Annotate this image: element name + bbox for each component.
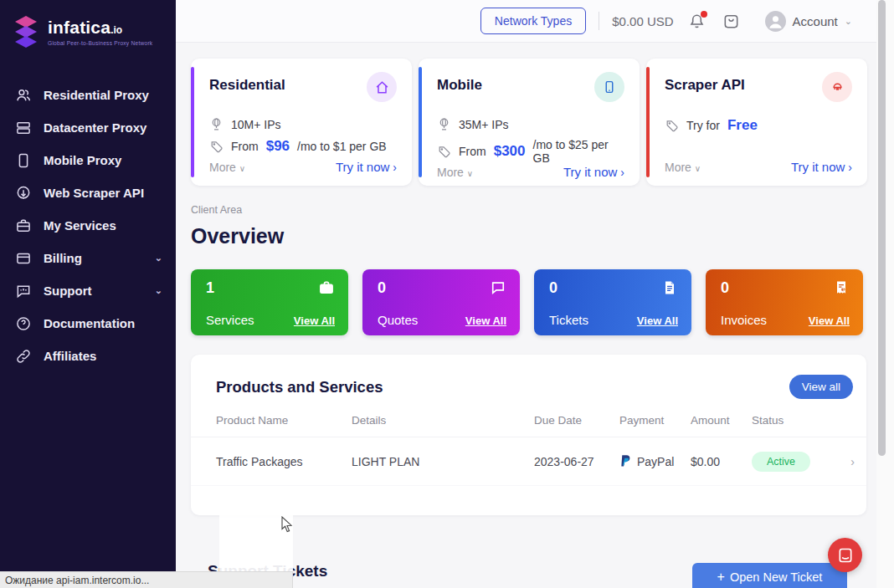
logo-tagline: Global Peer-to-Business Proxy Network — [48, 40, 152, 46]
view-all-link[interactable]: View All — [465, 314, 506, 327]
products-services-panel: Products and Services View all Product N… — [191, 355, 866, 515]
col-product-name: Product Name — [216, 414, 352, 427]
scrollbar-thumb[interactable] — [878, 0, 886, 456]
price-suffix: /mo to $25 per GB — [533, 138, 625, 165]
sidebar-nav: Residential Proxy Datacenter Proxy Mobil… — [0, 79, 176, 372]
stat-label: Services — [206, 313, 254, 327]
phone-icon — [15, 152, 32, 169]
server-icon — [15, 120, 32, 136]
plus-icon: + — [717, 570, 725, 584]
intercom-chat-bubble[interactable] — [828, 538, 862, 572]
sidebar-item-billing[interactable]: Billing ⌄ — [0, 242, 176, 274]
question-circle-icon — [15, 315, 32, 332]
notifications-bell-icon[interactable] — [686, 10, 708, 32]
stat-label: Quotes — [378, 313, 418, 327]
sidebar-item-web-scraper-api[interactable]: Web Scraper API — [0, 176, 176, 209]
price-prefix: Try for — [686, 119, 720, 132]
stat-count: 1 — [206, 279, 214, 297]
tickets-stat-card[interactable]: 0 Tickets View All — [534, 269, 691, 335]
topbar: Network Types $0.00 USD Account ⌄ — [176, 0, 877, 43]
breadcrumb: Client Area — [191, 204, 242, 216]
card-accent-bar — [646, 67, 650, 177]
sidebar-item-label: Datacenter Proxy — [44, 120, 146, 135]
sidebar-item-label: Billing — [44, 251, 82, 265]
chevron-right-icon: › — [393, 161, 397, 174]
sidebar-item-my-services[interactable]: My Services — [0, 209, 176, 242]
chevron-down-icon: ∨ — [239, 164, 245, 173]
page-title: Overview — [191, 224, 284, 248]
quotes-stat-card[interactable]: 0 Quotes View All — [362, 269, 520, 335]
sidebar-item-support[interactable]: Support ⌄ — [0, 274, 176, 307]
notification-dot — [701, 11, 707, 18]
stat-label: Tickets — [549, 313, 588, 327]
sidebar-item-label: Support — [44, 284, 92, 298]
try-it-now-link[interactable]: Try it now› — [791, 160, 852, 174]
sidebar-item-affiliates[interactable]: Affiliates — [0, 340, 176, 372]
col-amount: Amount — [691, 414, 752, 427]
services-stat-card[interactable]: 1 Services View All — [191, 269, 348, 335]
network-types-button[interactable]: Network Types — [480, 8, 586, 34]
ips-text: 35M+ IPs — [459, 118, 509, 131]
scraper-api-card: Scraper API Try for Free More ∨ Try it n… — [646, 59, 867, 186]
tag-icon — [437, 145, 451, 159]
sidebar-item-datacenter-proxy[interactable]: Datacenter Proxy — [0, 111, 176, 144]
account-menu[interactable]: Account ⌄ — [765, 11, 852, 32]
price-suffix: /mo to $1 per GB — [297, 140, 387, 153]
users-icon — [15, 87, 32, 104]
sidebar: infatica.io Global Peer-to-Business Prox… — [0, 0, 176, 588]
svg-text:$: $ — [843, 288, 845, 292]
card-title: Mobile — [437, 77, 482, 94]
cell-details: LIGHT PLAN — [352, 455, 534, 468]
card-title: Scraper API — [665, 77, 745, 94]
price-prefix: From — [231, 140, 259, 153]
table-row[interactable]: Traffic Packages LIGHT PLAN 2023-06-27 P… — [191, 437, 866, 486]
chevron-down-icon: ∨ — [695, 164, 701, 173]
crawler-icon — [822, 72, 852, 102]
sidebar-item-residential-proxy[interactable]: Residential Proxy — [0, 79, 176, 111]
sidebar-item-label: Web Scraper API — [44, 186, 144, 200]
more-dropdown[interactable]: More ∨ — [665, 161, 701, 174]
chat-icon — [15, 283, 32, 299]
view-all-link[interactable]: View All — [294, 314, 335, 327]
chevron-down-icon: ∨ — [467, 169, 473, 178]
chevron-right-icon: › — [848, 161, 852, 174]
briefcase-icon — [318, 279, 335, 299]
stat-label: Invoices — [721, 313, 767, 327]
link-icon — [15, 348, 32, 365]
more-dropdown[interactable]: More ∨ — [437, 166, 473, 179]
cell-product-name: Traffic Packages — [216, 455, 352, 468]
view-all-link[interactable]: View All — [809, 314, 850, 327]
try-it-now-link[interactable]: Try it now› — [336, 160, 397, 174]
more-dropdown[interactable]: More ∨ — [209, 161, 245, 174]
col-payment: Payment — [619, 414, 691, 427]
stat-count: 0 — [549, 279, 557, 297]
ips-row: 35M+ IPs — [437, 117, 624, 131]
try-it-now-link[interactable]: Try it now› — [563, 165, 624, 179]
infatica-logo-icon — [12, 15, 40, 49]
browser-status-bar: Ожидание api-iam.intercom.io... — [0, 571, 293, 588]
chevron-right-icon[interactable]: › — [833, 455, 855, 468]
document-icon — [661, 279, 678, 299]
col-details: Details — [352, 414, 534, 427]
mobile-card: Mobile 35M+ IPs From $300 /mo to $25 per… — [419, 59, 640, 186]
open-new-ticket-button[interactable]: +Open New Ticket — [692, 563, 847, 588]
infatica-logo[interactable]: infatica.io Global Peer-to-Business Prox… — [0, 0, 176, 49]
cell-due-date: 2023-06-27 — [534, 455, 619, 468]
account-label: Account — [793, 14, 838, 28]
col-status: Status — [752, 414, 833, 427]
orders-bag-icon[interactable] — [721, 10, 742, 32]
panel-title: Products and Services — [216, 378, 383, 396]
sidebar-item-label: Residential Proxy — [44, 88, 149, 102]
chat-bubble-icon — [837, 547, 854, 564]
status-badge: Active — [752, 452, 810, 472]
scrollbar-track[interactable] — [876, 0, 894, 588]
sidebar-item-documentation[interactable]: Documentation — [0, 307, 176, 340]
sidebar-item-mobile-proxy[interactable]: Mobile Proxy — [0, 144, 176, 176]
view-all-link[interactable]: View All — [637, 314, 678, 327]
paypal-icon — [619, 454, 632, 468]
chevron-down-icon: ⌄ — [845, 16, 852, 27]
sidebar-item-label: Documentation — [44, 316, 135, 330]
invoices-stat-card[interactable]: 0 $ Invoices View All — [706, 269, 863, 335]
view-all-button[interactable]: View all — [789, 375, 853, 399]
ips-text: 10M+ IPs — [231, 118, 281, 131]
